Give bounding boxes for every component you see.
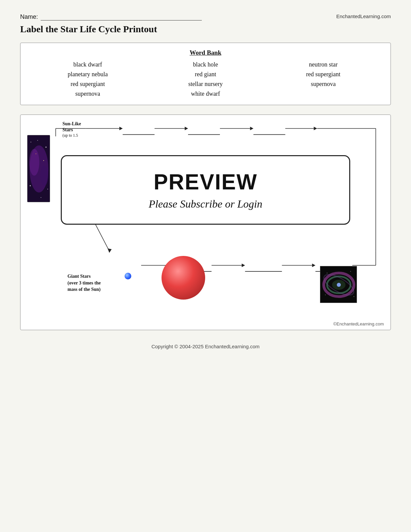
sun-like-sublabel: (up to 1.5 (62, 133, 81, 138)
nebula-svg (320, 266, 357, 303)
svg-marker-24 (312, 264, 315, 267)
sun-like-stars-label: Sun-Like Stars (up to 1.5 (62, 121, 81, 138)
svg-point-34 (37, 140, 38, 141)
name-input-line (41, 14, 202, 20)
word-bank-item: red giant (148, 71, 263, 78)
word-bank-item: black hole (148, 61, 263, 68)
preview-subtitle: Please Subscribe or Login (82, 198, 329, 210)
word-bank-item: planetary nebula (31, 71, 145, 78)
white-dwarf-dot (125, 273, 131, 279)
svg-point-48 (354, 296, 354, 297)
diagram-watermark: ©EnchantedLearning.com (333, 321, 384, 326)
red-giant-sphere (162, 256, 205, 300)
svg-point-39 (43, 160, 44, 161)
svg-point-35 (47, 189, 48, 189)
preview-overlay: PREVIEW Please Subscribe or Login (61, 155, 350, 225)
name-label: Name: (20, 13, 38, 20)
svg-point-47 (350, 271, 351, 272)
svg-marker-1 (119, 127, 123, 130)
footer: Copyright © 2004-2025 EnchantedLearning.… (20, 344, 391, 349)
diagram-box: Sun-Like Stars (up to 1.5 PREVIEW Please… (20, 115, 391, 330)
svg-point-30 (29, 149, 39, 176)
svg-marker-14 (108, 249, 112, 253)
svg-marker-4 (185, 127, 188, 130)
diagram-inner: Sun-Like Stars (up to 1.5 PREVIEW Please… (20, 115, 391, 330)
svg-point-38 (36, 153, 36, 154)
word-bank-item: red supergiant (31, 81, 145, 88)
word-bank-grid: black dwarf black hole neutron star plan… (31, 61, 380, 97)
word-bank-item (266, 90, 380, 97)
word-bank-item: neutron star (266, 61, 380, 68)
page-title: Label the Star Life Cycle Printout (20, 24, 391, 35)
stellar-nursery-stars (28, 135, 50, 202)
word-bank-item: red supergiant (266, 71, 380, 78)
word-bank-item: supernova (31, 90, 145, 97)
svg-marker-21 (242, 264, 245, 267)
svg-point-33 (46, 147, 47, 148)
stellar-nursery-svg (28, 135, 50, 202)
name-field: Name: (20, 13, 202, 20)
word-bank-box: Word Bank black dwarf black hole neutron… (20, 43, 391, 105)
header: Name: EnchantedLearning.com (20, 13, 391, 20)
svg-point-46 (327, 273, 327, 273)
word-bank-title: Word Bank (31, 49, 380, 56)
word-bank-item: supernova (266, 81, 380, 88)
sun-like-label: Sun-Like Stars (62, 121, 81, 133)
word-bank-item: black dwarf (31, 61, 145, 68)
giant-stars-label: Giant Stars (over 3 times the mass of th… (67, 273, 101, 293)
svg-marker-7 (250, 127, 254, 130)
svg-point-49 (325, 295, 326, 295)
footer-copyright: Copyright © 2004-2025 EnchantedLearning.… (151, 344, 260, 349)
svg-point-44 (337, 283, 341, 287)
svg-point-31 (40, 166, 48, 186)
svg-point-37 (41, 197, 41, 198)
nebula-image (320, 266, 357, 303)
word-bank-item: white dwarf (148, 90, 263, 97)
svg-marker-10 (314, 127, 317, 130)
svg-point-32 (31, 142, 31, 142)
word-bank-item: stellar nursery (148, 81, 263, 88)
preview-title: PREVIEW (82, 170, 329, 194)
stellar-nursery-image (27, 135, 50, 202)
svg-point-36 (30, 185, 31, 186)
site-brand: EnchantedLearning.com (336, 13, 391, 19)
